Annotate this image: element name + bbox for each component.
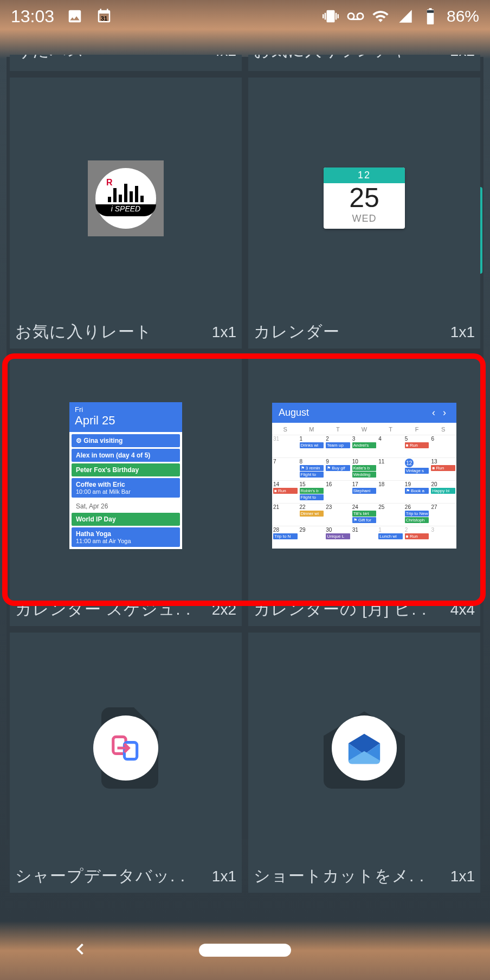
widget-size: 2x2 [450,55,475,60]
widget-size: 4x4 [450,601,475,618]
widget-size: 2x2 [212,601,236,618]
widget-size: 1x1 [450,868,475,885]
wifi-icon [372,8,389,25]
gallery-icon [66,8,83,25]
battery-percent: 86% [447,7,479,25]
status-time: 13:03 [11,7,54,27]
widget-size: 4x2 [212,55,236,60]
chevron-left-icon: ‹ [428,407,439,418]
widget-name: カレンダー スケジュ. . [15,598,191,621]
widget-card-sharp-backup[interactable]: シャープデータバッ. . 1x1 [10,633,242,893]
vibrate-icon [322,8,339,25]
widget-name: カレンダーの [月] ビ. . [254,598,427,621]
calendar-schedule-preview: Fri April 25 ⚙ Gina visitingAlex in town… [69,402,182,549]
calendar-day-icon: 12 25 WED [324,167,405,229]
svg-point-2 [357,13,363,19]
widget-card-calendar-day[interactable]: 12 25 WED カレンダー 1x1 [248,78,480,349]
widget-card-calendar-schedule[interactable]: Fri April 25 ⚙ Gina visitingAlex in town… [10,355,242,626]
widget-size: 1x1 [450,324,475,341]
widget-name: カレンダー [254,321,340,343]
widget-size: 1x1 [212,868,236,885]
widget-name: うたパス [15,55,85,62]
calendar-month-preview: August ‹ › SMTWTFS311Drinks wi2Team up3A… [272,403,456,549]
widget-card-launcher[interactable]: お気に入りランチャー 2x2 [248,55,480,71]
svg-rect-4 [427,10,434,13]
signal-icon [397,8,414,25]
ispeed-icon: R i SPEED [88,160,164,236]
back-button[interactable] [70,939,90,961]
svg-text:31: 31 [101,15,108,22]
widget-size: 1x1 [212,324,236,341]
backup-icon [93,715,158,781]
widget-card-ispeed[interactable]: R i SPEED お気に入りレート 1x1 [10,78,242,349]
calendar-notif-icon: 31 [95,8,113,25]
widget-card-utapass[interactable]: うたパス 4x2 [10,55,242,71]
mail-icon [332,715,397,781]
widget-name: シャープデータバッ. . [15,865,185,887]
widget-name: ショートカットをメ. . [254,865,424,887]
widget-card-calendar-month[interactable]: August ‹ › SMTWTFS311Drinks wi2Team up3A… [248,355,480,626]
voicemail-icon [347,8,364,25]
widget-name: お気に入りレート [15,321,152,343]
widget-card-mail-shortcut[interactable]: ショートカットをメ. . 1x1 [248,633,480,893]
navigation-bar [0,920,490,980]
battery-icon [422,8,439,25]
svg-point-1 [348,13,354,19]
chevron-right-icon: › [439,407,450,418]
home-pill[interactable] [199,944,291,957]
widget-picker[interactable]: うたパス 4x2 お気に入りランチャー 2x2 R i SPEED [7,57,483,839]
widget-name: お気に入りランチャー [254,55,425,62]
